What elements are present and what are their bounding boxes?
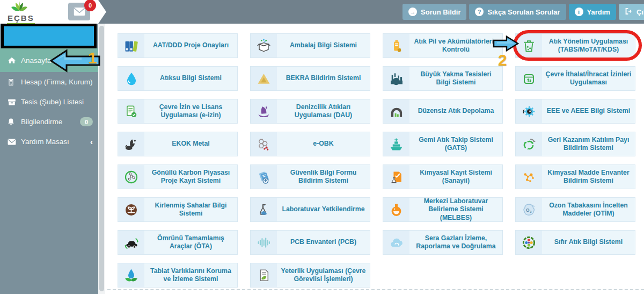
app-tile-laboratuvar-yetkilendirme[interactable]: Laboratuvar Yetkilendirme — [250, 197, 370, 222]
app-tile-ambalaj-bilgi-sistemi[interactable]: Ambalaj Bilgi Sistemi — [250, 33, 370, 58]
app-tile-yeterlik-uygulaması-çevre-görevlisi-i-şl[interactable]: Yeterlik Uygulaması (Çevre Görevlisi İşl… — [250, 263, 370, 288]
app-tile-label: Merkezi Laboratuvar Belirleme Sistemi (M… — [409, 198, 502, 221]
arrow-circle-icon: → — [408, 8, 417, 16]
app-tile-label: Gemi Atık Takip Sistemi (GATS) — [409, 132, 502, 156]
chemical-doc-icon — [383, 165, 409, 189]
app-tile-kimyasal-madde-envanter-bildirim-sistemi[interactable]: Kimyasal Madde Envanter Bildirim Sistemi — [515, 164, 635, 189]
header-button-s-k-a-sorulan-sorular[interactable]: ?Sıkça Sorulan Sorular — [469, 4, 566, 20]
notification-badge: 0 — [80, 117, 93, 126]
app-tile-merkezi-laboratuvar-belirleme-sistemi-me[interactable]: Merkezi Laboratuvar Belirleme Sistemi (M… — [383, 197, 503, 222]
app-tile-aat-ddd-proje-onayları[interactable]: AAT/DDD Proje Onayları — [118, 33, 238, 58]
app-tile-gemi-atık-takip-sistemi-gats-[interactable]: Gemi Atık Takip Sistemi (GATS) — [383, 132, 503, 156]
app-tile-büyük-yakma-tesisleri-bilgi-sistemi[interactable]: Büyük Yakma Tesisleri Bilgi Sistemi — [383, 66, 503, 91]
svg-text:O: O — [526, 207, 530, 212]
waveform-icon — [251, 231, 277, 254]
binders-icon — [118, 34, 144, 58]
container-icon — [516, 67, 542, 90]
app-tile-label: BEKRA Bildirim Sistemi — [277, 67, 370, 90]
info-circle-icon: i — [575, 8, 583, 16]
sidebar-item-yardım-masası[interactable]: Yardım Masası‹ — [0, 132, 98, 152]
app-tile-ömrünü-tamamlamış-araçlar-öta-[interactable]: Ömrünü Tamamlamış Araçlar (ÖTA) — [118, 230, 238, 255]
app-tile-düzensiz-atık-depolama[interactable]: Düzensiz Atık Depolama — [383, 99, 503, 124]
sidebar-item-hesap-firma-kurum-[interactable]: Hesap (Firma, Kurum) — [0, 72, 98, 92]
gear-icon — [516, 99, 542, 123]
header-band: →Sorun Bildir?Sıkça Sorulan SorulariYard… — [91, 0, 644, 24]
hexagon-molecule-icon — [251, 132, 277, 156]
app-tile-güvenlik-bilgi-formu-bildirim-sistemi[interactable]: Güvenlik Bilgi Formu Bildirim Sistemi — [250, 164, 370, 189]
app-tile-kirlenmiş-sahalar-bilgi-sistemi[interactable]: Kirlenmiş Sahalar Bilgi Sistemi — [118, 197, 238, 222]
sidebar-item-tesis-şube-listesi[interactable]: Tesis (Şube) Listesi — [0, 92, 98, 112]
app-tile-ozon-tabakasını-i-ncelten-maddeler-oti-m[interactable]: O3Ozon Tabakasını İncelten Maddeler (OTİ… — [515, 197, 635, 222]
home-icon — [8, 56, 17, 65]
ship-icon — [383, 132, 409, 156]
app-tile-label: Çevre İthalat/İhracat İzinleri Uygulamas… — [542, 67, 635, 90]
app-tile-atık-yönetim-uygulaması-tabs-motat-kds-[interactable]: Atık Yönetim Uygulaması (TABS/MoTAT/KDS) — [515, 33, 635, 58]
triangle-icon — [251, 67, 277, 90]
app-tile-label: PCB Envanteri (PCB) — [277, 231, 370, 254]
leaf-doc-icon — [251, 263, 277, 287]
app-tile-eee-ve-aeee-bilgi-sistemi[interactable]: EEE ve AEEE Bilgi Sistemi — [515, 99, 635, 124]
battery-icon — [383, 34, 409, 58]
header-button--k-[interactable]: Çıkış — [619, 4, 644, 20]
chevron-left-icon: ‹ — [90, 137, 93, 146]
applications-grid: AAT/DDD Proje OnaylarıAmbalaj Bilgi Sist… — [118, 33, 635, 288]
app-tile-geri-kazanım-katılım-payı-bildirim-siste[interactable]: Geri Kazanım Katılım Payı Bildirim Siste… — [515, 132, 635, 156]
papers-upload-icon — [251, 165, 277, 189]
app-tile-label: Çevre İzin ve Lisans Uygulaması (e-izin) — [144, 99, 237, 123]
app-tile-label: Kirlenmiş Sahalar Bilgi Sistemi — [144, 198, 237, 221]
app-tile-label: Atık Pil ve Akümülatörlerin Kontrolü — [409, 34, 502, 58]
soil-icon — [118, 198, 144, 221]
app-tile-kimyasal-kayıt-sistemi-sanayii-[interactable]: Kimyasal Kayıt Sistemi (Sanayii) — [383, 164, 503, 189]
app-tile-bekra-bildirim-sistemi[interactable]: BEKRA Bildirim Sistemi — [250, 66, 370, 91]
app-tile-denizcilik-atıkları-uygulaması-dau-[interactable]: Denizcilik Atıkları Uygulaması (DAU) — [250, 99, 370, 124]
app-tile-label: Sıfır Atık Bilgi Sistemi — [542, 231, 635, 254]
molecule-orange-icon — [516, 165, 542, 189]
app-tile-label: Büyük Yakma Tesisleri Bilgi Sistemi — [409, 67, 502, 90]
app-tile-label: Atık Yönetim Uygulaması (TABS/MoTAT/KDS) — [542, 34, 635, 58]
app-tile-label: EEE ve AEEE Bilgi Sistemi — [542, 99, 635, 123]
header-button-yard-m[interactable]: iYardım — [569, 4, 616, 20]
app-tile-sıfır-atık-bilgi-sistemi[interactable]: Sıfır Atık Bilgi Sistemi — [515, 230, 635, 255]
app-tile-ekok-metal[interactable]: EKOK Metal — [118, 132, 238, 156]
app-tile-label: Düzensiz Atık Depolama — [409, 99, 502, 123]
app-tile-çevre-i-zin-ve-lisans-uygulaması-e-izin-[interactable]: Çevre İzin ve Lisans Uygulaması (e-izin) — [118, 99, 238, 124]
document-check-icon — [118, 99, 144, 123]
app-tile-label: Ömrünü Tamamlamış Araçlar (ÖTA) — [144, 231, 237, 254]
question-circle-icon: ? — [475, 8, 484, 16]
ozone-icon: O3 — [516, 198, 542, 221]
annotation-step-1: 1 — [88, 50, 97, 66]
annotation-step-2: 2 — [498, 52, 507, 68]
sidebar-item-label: Tesis (Şube) Listesi — [21, 98, 84, 106]
app-tile-tabiat-varlıklarını-koruma-ve-i-zleme-si[interactable]: Tabiat Varlıklarını Koruma ve İzleme Sis… — [118, 263, 238, 288]
package-box-icon — [251, 34, 277, 58]
app-tile-sera-gazları-i-zleme-raporlama-ve-doğrul[interactable]: Sera Gazları İzleme, Raporlama ve Doğrul… — [383, 230, 503, 255]
inbox-badge: 0 — [84, 0, 96, 11]
header-button-label: Sıkça Sorulan Sorular — [487, 8, 560, 16]
round-flask-icon — [383, 198, 409, 221]
header-button-label: Sorun Bildir — [421, 8, 460, 16]
app-tile-e-obk[interactable]: e-OBK — [250, 132, 370, 156]
app-tile-label: e-OBK — [277, 132, 370, 156]
ecbs-logo[interactable]: EÇBS — [7, 1, 39, 25]
app-tile-atıksu-bilgi-sistemi[interactable]: Atıksu Bilgi Sistemi — [118, 66, 238, 91]
zero-waste-icon — [516, 231, 542, 254]
header-buttons: →Sorun Bildir?Sıkça Sorulan SorulariYard… — [402, 4, 644, 20]
app-tile-gönüllü-karbon-piyasası-proje-kayıt-sist[interactable]: Gönüllü Karbon Piyasası Proje Kayıt Sist… — [118, 164, 238, 189]
ecbs-dashboard: →Sorun Bildir?Sıkça Sorulan SorulariYard… — [0, 0, 644, 294]
app-tile-label: Laboratuvar Yetkilendirme — [277, 198, 370, 221]
sidebar-item-bilgilendirme[interactable]: Bilgilendirme0 — [0, 112, 98, 132]
recycle-icon — [516, 132, 542, 156]
app-tile-atık-pil-ve-akümülatörlerin-kontrolü[interactable]: Atık Pil ve Akümülatörlerin Kontrolü — [383, 33, 503, 58]
mail-icon — [8, 137, 17, 146]
header-button-label: Çıkış — [636, 8, 644, 16]
app-tile-label: Geri Kazanım Katılım Payı Bildirim Siste… — [542, 132, 635, 156]
flask-icon — [251, 198, 277, 221]
header-button-sorun-bildir[interactable]: →Sorun Bildir — [402, 4, 466, 20]
app-tile-label: AAT/DDD Proje Onayları — [144, 34, 237, 58]
sailboat-icon — [251, 99, 277, 123]
app-tile-label: Güvenlik Bilgi Formu Bildirim Sistemi — [277, 165, 370, 189]
app-tile-çevre-i-thalat-i-hracat-i-zinleri-uygula[interactable]: Çevre İthalat/İhracat İzinleri Uygulamas… — [515, 66, 635, 91]
nature-drop-icon — [118, 263, 144, 287]
app-tile-pcb-envanteri-pcb-[interactable]: PCB Envanteri (PCB) — [250, 230, 370, 255]
logout-icon — [625, 8, 633, 17]
